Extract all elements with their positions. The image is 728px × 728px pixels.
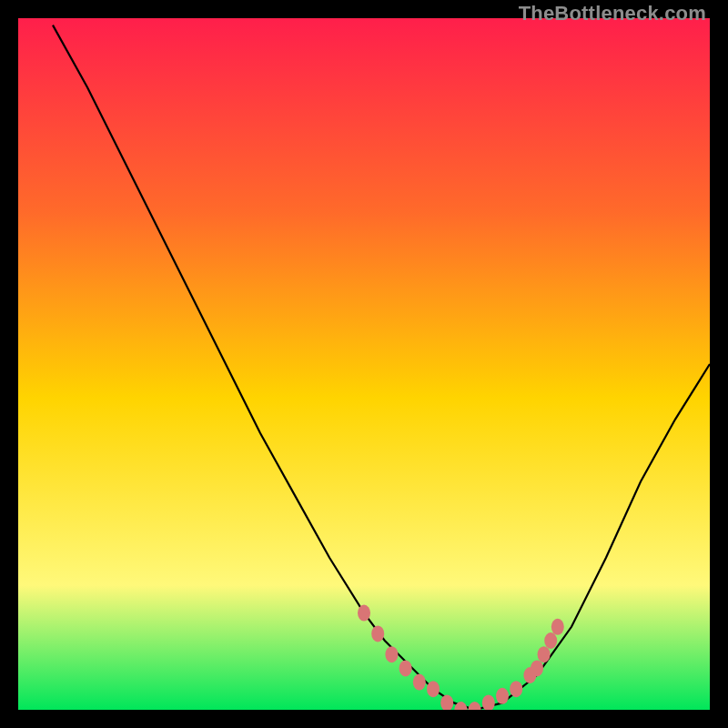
marker-point xyxy=(510,681,522,697)
marker-point xyxy=(371,625,384,642)
marker-point xyxy=(427,681,440,697)
marker-point xyxy=(399,660,412,676)
marker-point xyxy=(385,646,398,662)
bottleneck-plot xyxy=(18,18,710,710)
marker-point xyxy=(551,619,564,635)
marker-point xyxy=(544,632,557,649)
marker-point xyxy=(538,646,551,662)
marker-point xyxy=(496,688,509,704)
marker-point xyxy=(531,660,543,676)
marker-point xyxy=(358,605,370,622)
chart-frame xyxy=(18,18,710,710)
marker-point xyxy=(413,674,426,691)
watermark-text: TheBottleneck.com xyxy=(519,2,706,25)
